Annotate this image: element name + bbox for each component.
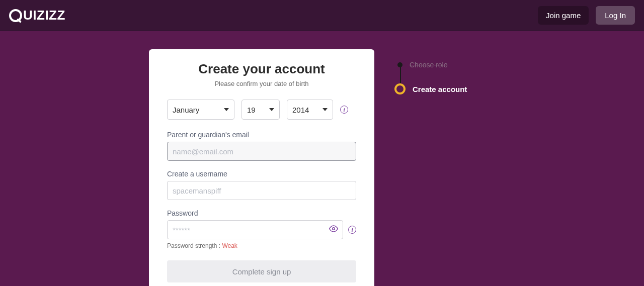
dob-year-value: 2014: [292, 106, 309, 114]
info-icon[interactable]: i: [340, 106, 348, 114]
dob-day-select[interactable]: 19: [242, 100, 280, 120]
logo-q-icon: [9, 9, 22, 22]
dob-day-value: 19: [247, 106, 256, 114]
join-game-button[interactable]: Join game: [538, 6, 589, 25]
page-subtitle: Please confirm your date of birth: [167, 80, 356, 87]
login-button[interactable]: Log In: [596, 6, 635, 25]
username-field-group: Create a username: [167, 170, 356, 200]
complete-signup-button[interactable]: Complete sign up: [167, 260, 356, 282]
email-input[interactable]: [167, 142, 356, 161]
step-connector: [400, 65, 401, 83]
app-header: UIZIZZ Join game Log In: [0, 0, 644, 31]
chevron-down-icon: [224, 108, 229, 111]
step-choose-role-label: Choose role: [410, 61, 448, 69]
dob-month-select[interactable]: January: [167, 100, 234, 120]
step-choose-role: Choose role: [394, 58, 495, 71]
dob-year-select[interactable]: 2014: [287, 100, 333, 120]
step-create-account-label: Create account: [413, 85, 467, 93]
password-strength-prefix: Password strength :: [167, 242, 222, 249]
page-title: Create your account: [167, 61, 356, 77]
eye-icon[interactable]: [329, 224, 338, 235]
main-content: Create your account Please confirm your …: [0, 31, 644, 286]
username-label: Create a username: [167, 170, 356, 178]
step-create-account: Create account: [394, 82, 495, 96]
header-actions: Join game Log In: [538, 6, 635, 25]
signup-card: Create your account Please confirm your …: [149, 49, 374, 286]
info-icon[interactable]: i: [348, 226, 356, 234]
username-input[interactable]: [167, 181, 356, 200]
password-input[interactable]: [167, 220, 343, 239]
password-field-group: Password i Password strength : Weak: [167, 209, 356, 249]
email-field-group: Parent or guardian's email: [167, 131, 356, 161]
password-label: Password: [167, 209, 356, 217]
step-current-icon: [394, 83, 406, 94]
dob-row: January 19 2014 i: [167, 100, 356, 120]
password-strength: Password strength : Weak: [167, 242, 356, 249]
signup-stepper: Choose role Create account: [394, 49, 495, 286]
svg-point-0: [333, 228, 335, 230]
logo-text: UIZIZZ: [23, 8, 65, 23]
dob-month-value: January: [173, 106, 199, 114]
email-label: Parent or guardian's email: [167, 131, 356, 139]
chevron-down-icon: [269, 108, 274, 111]
chevron-down-icon: [323, 108, 328, 111]
logo[interactable]: UIZIZZ: [9, 8, 65, 23]
password-strength-value: Weak: [222, 242, 237, 249]
